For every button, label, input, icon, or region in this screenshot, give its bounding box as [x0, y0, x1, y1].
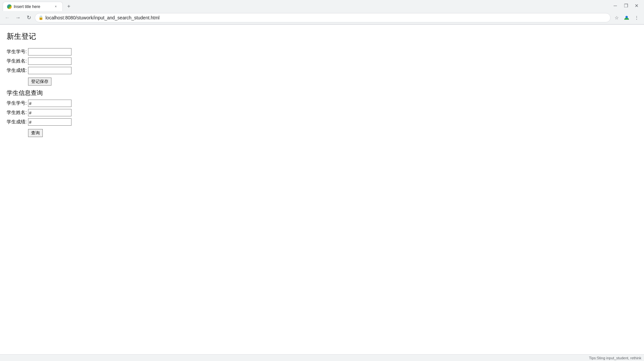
close-button[interactable]: ✕ [632, 1, 641, 10]
query-section: 学生信息查询 学生学号: 学生姓名: 学生成绩: 查询 [7, 89, 637, 137]
tab-area: Insert title here × + [3, 0, 73, 11]
register-id-input[interactable] [28, 48, 71, 55]
register-name-label: 学生姓名: [7, 58, 27, 64]
query-id-input[interactable] [28, 100, 71, 107]
bookmark-button[interactable]: ☆ [612, 13, 621, 22]
query-name-input[interactable] [28, 109, 71, 116]
forward-button[interactable]: → [13, 13, 23, 22]
register-id-row: 学生学号: [7, 48, 637, 55]
toolbar: ← → ↻ 🔒 localhost:8080/stuwork/input_and… [0, 11, 644, 24]
restore-button[interactable]: ❐ [621, 1, 631, 10]
minimize-button[interactable]: ─ [611, 1, 620, 10]
status-text: Tips:Sting input_student, rethink [589, 356, 641, 360]
register-name-input[interactable] [28, 57, 71, 65]
register-score-label: 学生成绩: [7, 68, 27, 74]
query-btn-row: 查询 [28, 128, 637, 137]
query-score-row: 学生成绩: [7, 118, 637, 126]
tab-favicon [7, 4, 12, 9]
window-controls: ─ ❐ ✕ [611, 1, 641, 10]
address-bar[interactable]: 🔒 localhost:8080/stuwork/input_and_searc… [35, 13, 611, 22]
query-id-label: 学生学号: [7, 100, 27, 106]
query-section-title: 学生信息查询 [7, 89, 637, 97]
query-id-row: 学生学号: [7, 100, 637, 107]
register-name-row: 学生姓名: [7, 57, 637, 65]
register-score-input[interactable] [28, 67, 71, 74]
back-button[interactable]: ← [3, 13, 12, 22]
register-score-row: 学生成绩: [7, 67, 637, 74]
register-save-button[interactable]: 登记保存 [28, 78, 51, 86]
register-id-label: 学生学号: [7, 49, 27, 55]
query-name-label: 学生姓名: [7, 110, 27, 116]
profile-icon [624, 15, 629, 20]
reload-button[interactable]: ↻ [24, 13, 33, 22]
new-tab-button[interactable]: + [64, 2, 73, 11]
tab-title: Insert title here [14, 4, 51, 9]
query-name-row: 学生姓名: [7, 109, 637, 116]
browser-chrome: Insert title here × + ─ ❐ ✕ ← → ↻ 🔒 loca… [0, 0, 644, 25]
query-button[interactable]: 查询 [28, 129, 43, 137]
query-score-label: 学生成绩: [7, 119, 27, 125]
lock-icon: 🔒 [38, 15, 43, 20]
query-score-input[interactable] [28, 118, 71, 126]
title-bar: Insert title here × + ─ ❐ ✕ [0, 0, 644, 11]
register-section: 新生登记 学生学号: 学生姓名: 学生成绩: 登记保存 [7, 31, 637, 86]
register-section-title: 新生登记 [7, 31, 637, 41]
menu-button[interactable]: ⋮ [632, 13, 641, 22]
address-text: localhost:8080/stuwork/input_and_search_… [45, 15, 607, 20]
active-tab[interactable]: Insert title here × [3, 2, 63, 11]
register-btn-row: 登记保存 [28, 76, 637, 86]
page-content: 新生登记 学生学号: 学生姓名: 学生成绩: 登记保存 学生信息查询 学生学号:… [0, 25, 644, 361]
status-bar: Tips:Sting input_student, rethink [0, 354, 644, 361]
profile-button[interactable] [622, 13, 631, 22]
tab-close-button[interactable]: × [53, 4, 58, 9]
toolbar-icons: ☆ ⋮ [612, 13, 641, 22]
